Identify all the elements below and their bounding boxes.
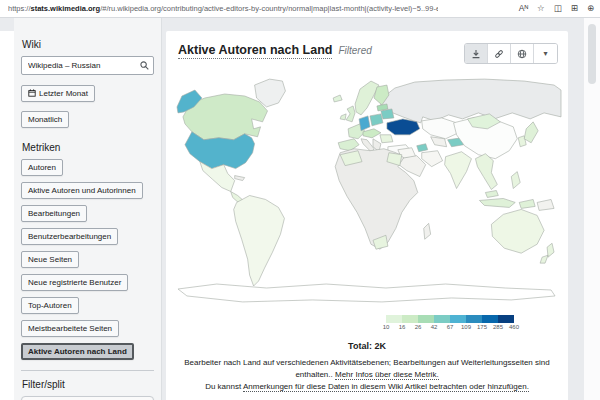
legend-tick-label: 26 bbox=[415, 324, 422, 330]
annotations-prefix: Du kannst bbox=[205, 382, 241, 391]
chart-card: Aktive Autoren nach Land Filtered bbox=[166, 31, 568, 400]
left-margin bbox=[0, 31, 14, 400]
country-poland[interactable] bbox=[370, 114, 383, 126]
sidebar: Wiki Letzter Monat Monatlich Metriken Au… bbox=[14, 17, 162, 400]
chart-toolbar: ▾ bbox=[464, 43, 558, 64]
legend-tick-label: 42 bbox=[431, 324, 438, 330]
collections-icon[interactable]: ⊞ bbox=[571, 4, 578, 13]
chart-title[interactable]: Aktive Autoren nach Land bbox=[178, 43, 332, 59]
chart-footer: Bearbeiter nach Land auf verschiedenen A… bbox=[172, 357, 562, 394]
country-indonesia-east[interactable] bbox=[519, 199, 535, 208]
country-madagascar[interactable] bbox=[424, 223, 431, 239]
country-iceland[interactable] bbox=[333, 95, 342, 102]
url-path: /#/ru.wikipedia.org/contributing/active-… bbox=[100, 4, 438, 13]
legend-color-cell bbox=[498, 315, 514, 323]
read-aloud-icon[interactable]: Aᴺ bbox=[519, 4, 528, 13]
permalink-button[interactable] bbox=[488, 44, 511, 63]
country-australia[interactable] bbox=[491, 209, 544, 253]
country-uk[interactable] bbox=[346, 106, 355, 122]
metric-button-8[interactable]: Aktive Autoren nach Land bbox=[21, 343, 134, 360]
browser-address-bar: https://stats.wikimedia.org/#/ru.wikiped… bbox=[0, 0, 600, 18]
country-cuba[interactable] bbox=[235, 176, 245, 181]
wiki-search-field[interactable] bbox=[21, 56, 154, 75]
country-india[interactable] bbox=[445, 152, 472, 189]
url-text[interactable]: https://stats.wikimedia.org/#/ru.wikiped… bbox=[8, 4, 438, 13]
legend-tick-label: 16 bbox=[399, 324, 406, 330]
favorites-star-icon[interactable]: ☆ bbox=[537, 4, 545, 13]
metric-button-6[interactable]: Top-Autoren bbox=[21, 297, 79, 314]
globe-button[interactable] bbox=[511, 44, 534, 63]
country-ireland[interactable] bbox=[340, 114, 346, 120]
legend-color-cell bbox=[434, 315, 450, 323]
country-russia[interactable] bbox=[380, 79, 561, 123]
filter-card: Filter by Aktivitätsstufe 5 bis 99 Bearb… bbox=[21, 396, 154, 400]
legend-color-cell bbox=[450, 315, 466, 323]
legend-tick-label: 10 bbox=[383, 324, 390, 330]
download-icon bbox=[471, 49, 481, 59]
url-domain: stats.wikimedia.org bbox=[31, 4, 101, 13]
search-icon bbox=[140, 61, 149, 70]
legend-color-cell bbox=[386, 315, 402, 323]
sidebar-divider bbox=[21, 370, 154, 371]
country-se-asia[interactable] bbox=[475, 154, 497, 190]
metric-button-4[interactable]: Neue Seiten bbox=[21, 251, 79, 268]
more-dropdown-button[interactable]: ▾ bbox=[534, 44, 557, 63]
world-map bbox=[175, 77, 563, 308]
country-germany[interactable] bbox=[359, 116, 370, 131]
screen: https://stats.wikimedia.org/#/ru.wikiped… bbox=[0, 0, 600, 400]
map-legend: 1016264267109175285460 bbox=[386, 315, 514, 333]
filtered-badge: Filtered bbox=[338, 45, 371, 56]
annotations-line: Du kannst Anmerkungen für diese Daten in… bbox=[172, 381, 562, 393]
browser-essentials-icon[interactable]: ⊕ bbox=[587, 4, 594, 13]
country-belarus[interactable] bbox=[381, 109, 394, 119]
country-ukraine[interactable] bbox=[387, 119, 420, 135]
legend-tick-label: 175 bbox=[477, 324, 487, 330]
country-kazakhstan[interactable] bbox=[422, 118, 459, 139]
metric-button-2[interactable]: Bearbeitungen bbox=[21, 205, 87, 222]
country-romania[interactable] bbox=[380, 135, 393, 143]
metric-info-link[interactable]: Mehr Infos über diese Metrik. bbox=[335, 370, 439, 380]
filter-split-label: Filter/split bbox=[22, 379, 154, 390]
legend-ticks: 1016264267109175285460 bbox=[386, 323, 514, 331]
legend-tick-label: 285 bbox=[493, 324, 503, 330]
interval-button[interactable]: Monatlich bbox=[21, 111, 69, 128]
metrics-list: AutorenAktive Autoren und AutorinnenBear… bbox=[21, 159, 154, 360]
metric-button-0[interactable]: Autoren bbox=[21, 159, 63, 176]
time-range-button[interactable]: Letzter Monat bbox=[21, 85, 95, 102]
download-button[interactable] bbox=[465, 44, 488, 63]
country-philippines[interactable] bbox=[511, 172, 520, 189]
country-south-america[interactable] bbox=[234, 195, 285, 286]
legend-color-cell bbox=[418, 315, 434, 323]
interval-label: Monatlich bbox=[28, 115, 62, 124]
legend-color-cell bbox=[402, 315, 418, 323]
url-prefix: https:// bbox=[8, 4, 31, 13]
legend-tick-label: 460 bbox=[509, 324, 519, 330]
legend-bar bbox=[386, 315, 514, 323]
legend-tick-label: 109 bbox=[461, 324, 471, 330]
split-screen-icon[interactable]: ◫ bbox=[554, 4, 562, 13]
country-new-guinea[interactable] bbox=[537, 199, 554, 210]
legend-color-cell bbox=[466, 315, 482, 323]
country-new-zealand[interactable] bbox=[540, 243, 554, 263]
metric-button-1[interactable]: Aktive Autoren und Autorinnen bbox=[21, 182, 143, 199]
metric-button-5[interactable]: Neue registrierte Benutzer bbox=[21, 274, 128, 291]
time-range-label: Letzter Monat bbox=[39, 89, 88, 98]
annotations-link[interactable]: Anmerkungen für diese Daten in diesem Wi… bbox=[243, 382, 529, 392]
calendar-icon bbox=[28, 89, 36, 97]
chart-header: Aktive Autoren nach Land Filtered bbox=[166, 31, 568, 64]
legend-tick-label: 67 bbox=[447, 324, 454, 330]
wiki-search-input[interactable] bbox=[26, 60, 140, 71]
metric-button-3[interactable]: Benutzerbearbeitungen bbox=[21, 228, 118, 245]
country-japan[interactable] bbox=[524, 122, 538, 143]
country-central-europe[interactable] bbox=[363, 129, 381, 138]
total-label: Total: 2K bbox=[166, 341, 568, 351]
country-caucasus[interactable] bbox=[417, 144, 428, 152]
wiki-section-label: Wiki bbox=[22, 39, 154, 50]
country-malaysia[interactable] bbox=[485, 191, 498, 198]
chevron-down-icon: ▾ bbox=[543, 49, 547, 58]
metric-button-7[interactable]: Meistbearbeitete Seiten bbox=[21, 320, 119, 337]
country-antarctica[interactable] bbox=[178, 284, 555, 302]
link-icon bbox=[494, 49, 504, 59]
country-indonesia[interactable] bbox=[479, 198, 515, 207]
scrollbar-thumb[interactable] bbox=[588, 24, 596, 84]
